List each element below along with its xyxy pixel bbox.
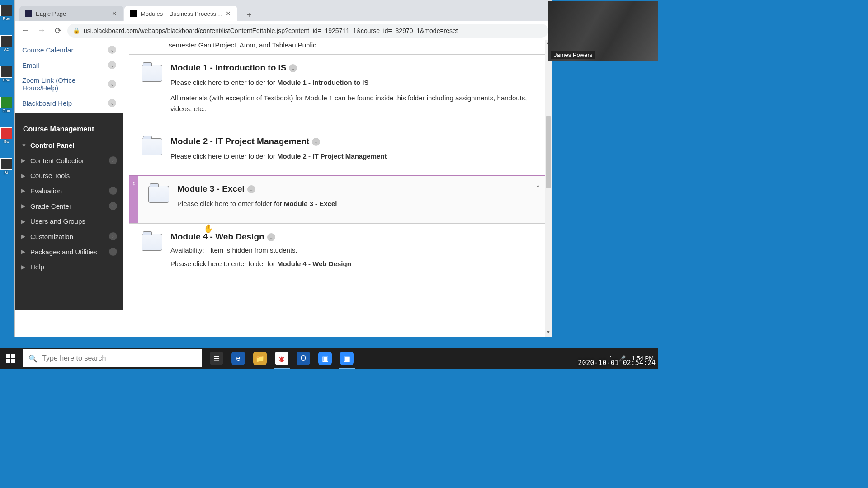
arrow-right-icon: ▶	[21, 188, 27, 194]
cp-item-customization[interactable]: ▶Customization›	[15, 229, 123, 244]
arrow-right-icon: ▶	[21, 233, 27, 239]
cp-item-content-collection[interactable]: ▶Content Collection›	[15, 153, 123, 168]
chevron-down-icon[interactable]: ⌄	[108, 80, 116, 88]
taskbar-app-chrome[interactable]: ◉	[272, 348, 292, 369]
favicon-icon	[130, 10, 137, 17]
expand-icon[interactable]: ›	[109, 187, 117, 195]
cp-item-course-tools[interactable]: ▶Course Tools	[15, 168, 123, 183]
taskbar-app-outlook[interactable]: O	[293, 348, 313, 369]
arrow-right-icon: ▶	[21, 157, 27, 164]
arrow-down-icon: ▼	[21, 142, 27, 149]
cp-item-users-and-groups[interactable]: ▶Users and Groups	[15, 214, 123, 229]
new-tab-button[interactable]: +	[243, 9, 255, 21]
expand-icon[interactable]: ›	[109, 248, 117, 256]
folder-icon	[148, 186, 169, 203]
url-text: usi.blackboard.com/webapps/blackboard/co…	[84, 27, 458, 34]
module-title-link[interactable]: Module 1 - Introduction to IS	[170, 63, 286, 72]
taskbar-app-edge[interactable]: e	[228, 348, 248, 369]
lock-icon: 🔒	[73, 27, 80, 34]
module-item: Module 4 - Web Design⌄Availability: Item…	[129, 223, 547, 283]
address-bar: ← → ⟳ 🔒 usi.blackboard.com/webapps/black…	[15, 21, 552, 40]
taskbar: 🔍 ☰e📁◉O▣▣ ˄ 🎤 1:54 PM	[0, 348, 658, 369]
course-management-panel: Course Management ▼Control Panel ▶Conten…	[15, 113, 123, 310]
tab-title: Eagle Page	[36, 10, 66, 17]
module-description: Please click here to enter folder for Mo…	[170, 258, 542, 269]
arrow-right-icon: ▶	[21, 218, 27, 225]
chevron-down-icon[interactable]: ⌄	[108, 99, 116, 107]
cp-item-help[interactable]: ▶Help	[15, 259, 123, 274]
desktop-icon[interactable]: Rec	[0, 5, 13, 26]
video-call-overlay[interactable]: James Powers	[548, 1, 658, 61]
scrollbar-vertical[interactable]: ▲ ▼	[545, 40, 552, 337]
arrow-right-icon: ▶	[21, 264, 27, 270]
course-sidebar: Course Calendar⌄ Email⌄ Zoom Link (Offic…	[15, 40, 123, 337]
taskbar-app-task-view[interactable]: ☰	[207, 348, 226, 369]
module-item: Module 2 - IT Project Management⌄Please …	[129, 128, 547, 175]
module-description: Please click here to enter folder for Mo…	[177, 198, 542, 209]
scroll-thumb[interactable]	[546, 116, 551, 188]
desktop-icon[interactable]: Doc	[0, 66, 13, 88]
chevron-down-icon[interactable]: ⌄	[535, 181, 541, 188]
taskbar-app-explorer[interactable]: 📁	[250, 348, 270, 369]
availability-row: Availability: Item is hidden from studen…	[170, 246, 542, 254]
arrow-right-icon: ▶	[21, 203, 27, 209]
tab-title: Modules – Business Processes an	[141, 10, 225, 17]
start-button[interactable]	[0, 348, 22, 369]
sidebar-item-zoom[interactable]: Zoom Link (Office Hours/Help)⌄	[15, 73, 123, 95]
desktop-icon[interactable]: Ac	[0, 35, 13, 57]
sidebar-item-calendar[interactable]: Course Calendar⌄	[15, 42, 123, 57]
cp-item-packages-and-utilities[interactable]: ▶Packages and Utilities›	[15, 244, 123, 259]
desktop-icon[interactable]: jG	[0, 158, 13, 180]
scroll-down-icon[interactable]: ▼	[545, 329, 552, 337]
sidebar-item-bbhelp[interactable]: Blackboard Help⌄	[15, 95, 123, 111]
tab-eagle-page[interactable]: Eagle Page ✕	[19, 6, 123, 21]
module-extra: All materials (with exception of Textboo…	[170, 93, 542, 114]
close-icon[interactable]: ✕	[111, 10, 118, 17]
context-menu-icon[interactable]: ⌄	[312, 138, 320, 146]
desktop-icons-strip: Rec Ac Doc Gan Go jG	[0, 0, 14, 369]
expand-icon[interactable]: ›	[109, 156, 117, 164]
cp-item-grade-center[interactable]: ▶Grade Center›	[15, 198, 123, 214]
intro-text-fragment: semester GanttProject, Atom, and Tableau…	[123, 40, 552, 54]
tab-modules[interactable]: Modules – Business Processes an ✕	[124, 6, 237, 21]
context-menu-icon[interactable]: ⌄	[247, 185, 255, 193]
chevron-down-icon[interactable]: ⌄	[108, 46, 116, 54]
module-description: Please click here to enter folder for Mo…	[170, 151, 542, 162]
context-menu-icon[interactable]: ⌄	[267, 233, 275, 241]
desktop-icon[interactable]: Gan	[0, 97, 13, 118]
tab-strip: Eagle Page ✕ Modules – Business Processe…	[15, 0, 552, 21]
reload-button[interactable]: ⟳	[51, 24, 65, 38]
windows-icon	[6, 354, 15, 363]
module-list: semester GanttProject, Atom, and Tableau…	[123, 40, 552, 337]
folder-icon	[142, 65, 162, 82]
arrow-right-icon: ▶	[21, 249, 27, 255]
module-title-link[interactable]: Module 4 - Web Design	[170, 232, 264, 241]
control-panel-header[interactable]: ▼Control Panel	[15, 138, 123, 153]
module-title-link[interactable]: Module 3 - Excel	[177, 184, 245, 193]
forward-button[interactable]: →	[35, 24, 48, 38]
module-description: Please click here to enter folder for Mo…	[170, 77, 542, 88]
module-item: Module 1 - Introduction to IS⌄Please cli…	[129, 54, 547, 128]
expand-icon[interactable]: ›	[109, 232, 117, 240]
taskbar-app-zoom2[interactable]: ▣	[337, 348, 357, 369]
cp-item-evaluation[interactable]: ▶Evaluation›	[15, 183, 123, 198]
desktop-icon[interactable]: Go	[0, 127, 13, 149]
context-menu-icon[interactable]: ⌄	[289, 64, 297, 72]
close-icon[interactable]: ✕	[225, 10, 232, 17]
taskbar-search[interactable]: 🔍	[23, 349, 202, 367]
search-input[interactable]	[42, 354, 197, 362]
folder-icon	[142, 138, 162, 155]
course-management-title: Course Management	[15, 121, 123, 138]
module-title-link[interactable]: Module 2 - IT Project Management	[170, 136, 309, 146]
favicon-icon	[25, 10, 32, 17]
arrow-right-icon: ▶	[21, 173, 27, 179]
sidebar-item-email[interactable]: Email⌄	[15, 57, 123, 73]
taskbar-apps: ☰e📁◉O▣▣	[207, 348, 357, 369]
browser-window: Eagle Page ✕ Modules – Business Processe…	[14, 0, 552, 337]
taskbar-app-zoom[interactable]: ▣	[315, 348, 335, 369]
chevron-down-icon[interactable]: ⌄	[108, 61, 116, 69]
recording-timestamp: 2020-10-01 02:54:24	[578, 359, 656, 367]
back-button[interactable]: ←	[19, 24, 32, 38]
expand-icon[interactable]: ›	[109, 202, 117, 210]
url-input[interactable]: 🔒 usi.blackboard.com/webapps/blackboard/…	[67, 24, 548, 38]
